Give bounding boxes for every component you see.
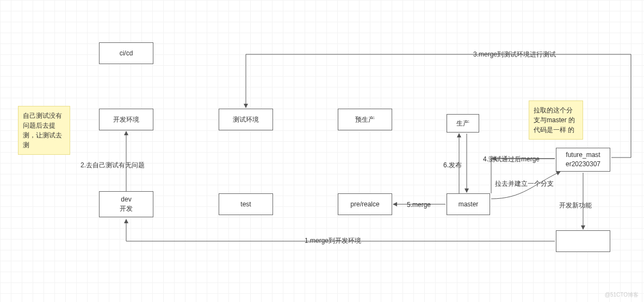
box-master-branch: master — [447, 193, 490, 215]
box-dev-branch: dev 开发 — [99, 191, 153, 217]
label-step2: 2.去自己测试有无问题 — [81, 161, 145, 170]
label-step5: 5.merge — [407, 201, 431, 209]
label-dev-new: 开发新功能 — [559, 201, 592, 210]
box-cicd: ci/cd — [99, 42, 153, 64]
label-step3: 3.merge到测试环境进行测试 — [473, 50, 556, 59]
box-prod-env: 生产 — [447, 114, 479, 133]
box-dev-env: 开发环境 — [99, 109, 153, 130]
box-pre-branch: pre/realce — [338, 193, 392, 215]
box-new-feature — [556, 230, 610, 252]
box-test-env: 测试环境 — [219, 109, 273, 130]
note-left: 自己测试没有 问题后去提 测，让测试去 测 — [18, 106, 70, 155]
label-step6: 6.发布 — [443, 161, 462, 170]
box-test-branch: test — [219, 193, 273, 215]
box-pre-env: 预生产 — [338, 109, 392, 130]
label-step4: 4.测试通过后merge — [483, 155, 540, 164]
note-right: 拉取的这个分 支与master 的代码是一样 的 — [529, 100, 583, 140]
box-future-branch: future_mast er20230307 — [556, 148, 610, 172]
label-step1: 1.merge到开发环境 — [305, 236, 361, 246]
watermark: @51CTO博客 — [605, 291, 639, 299]
label-pull-branch: 拉去并建立一个分支 — [495, 179, 554, 188]
diagram-edges — [0, 0, 644, 302]
